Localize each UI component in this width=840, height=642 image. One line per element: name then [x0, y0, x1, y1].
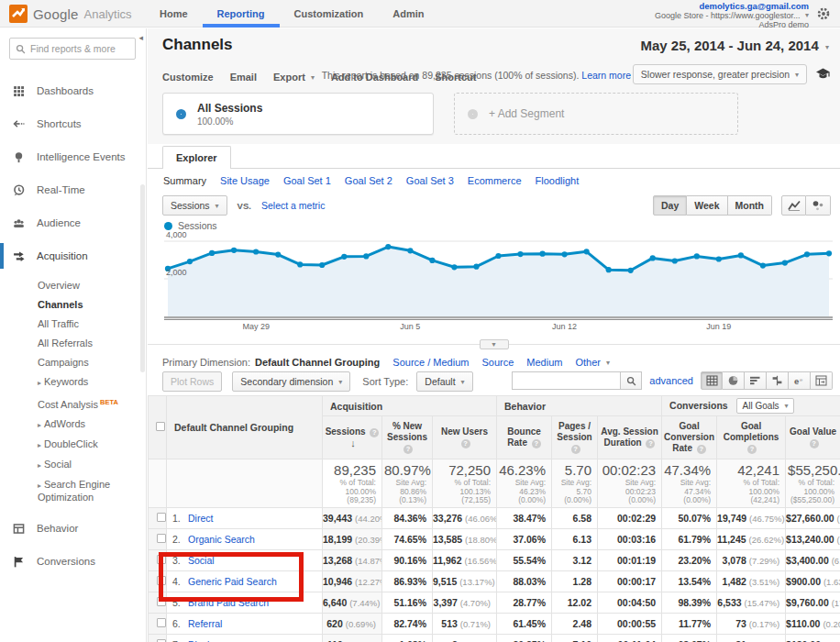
column-header-avg-session-duration[interactable]: Avg. Session Duration ?: [598, 416, 662, 459]
nav-admin[interactable]: Admin: [378, 0, 438, 28]
sidebar-item-doubleclick[interactable]: ▸DoubleClick: [38, 435, 146, 455]
sidebar-item-shortcuts[interactable]: Shortcuts: [0, 107, 146, 140]
help-icon[interactable]: ?: [370, 428, 379, 437]
secondary-dimension-dropdown[interactable]: Secondary dimension ▾: [232, 371, 350, 392]
channel-link-organic-search[interactable]: Organic Search: [188, 534, 255, 545]
sidebar-item-adwords[interactable]: ▸AdWords: [38, 415, 146, 435]
subnav-site-usage[interactable]: Site Usage: [220, 175, 270, 190]
channel-link-brand-paid-search[interactable]: Brand Paid Search: [188, 597, 269, 608]
pivot-view-button[interactable]: [811, 371, 833, 390]
email-button[interactable]: Email: [230, 72, 257, 83]
sidebar-scrollbar[interactable]: [140, 184, 145, 372]
date-range-selector[interactable]: May 25, 2014 - Jun 24, 2014 ▾: [641, 38, 829, 53]
column-header-pages-session[interactable]: Pages / Session ?: [552, 416, 598, 459]
subnav-goal-set-3[interactable]: Goal Set 3: [406, 175, 454, 190]
sidebar-item-channels[interactable]: Channels: [38, 295, 146, 315]
channel-link-direct[interactable]: Direct: [188, 513, 213, 524]
collapse-chart-button[interactable]: ▼: [480, 339, 509, 349]
sort-descending-icon[interactable]: ↓: [350, 437, 356, 448]
help-icon[interactable]: ?: [697, 445, 706, 454]
granularity-month[interactable]: Month: [728, 195, 773, 216]
sessions-line-chart[interactable]: 4,000 2,000: [164, 234, 833, 320]
precision-selector[interactable]: Slower response, greater precision ▾: [633, 64, 807, 84]
column-header-goal-completions[interactable]: Goal Completions ?: [717, 416, 786, 459]
performance-view-button[interactable]: [745, 371, 767, 390]
customize-button[interactable]: Customize: [162, 72, 214, 83]
sidebar-item-audience[interactable]: Audience: [0, 206, 146, 239]
column-header-dimension[interactable]: Default Channel Grouping: [167, 396, 323, 459]
dimension-option-source-medium[interactable]: Source / Medium: [392, 357, 469, 368]
sidebar-item-keywords[interactable]: ▸Keywords: [38, 372, 146, 393]
help-icon[interactable]: ?: [571, 445, 580, 454]
sidebar-item-dashboards[interactable]: Dashboards: [0, 74, 146, 107]
sidebar-item-all-traffic[interactable]: All Traffic: [38, 315, 146, 334]
channel-link-generic-paid-search[interactable]: Generic Paid Search: [188, 576, 277, 587]
gear-icon[interactable]: [816, 6, 831, 21]
subnav-goal-set-2[interactable]: Goal Set 2: [345, 175, 392, 190]
line-chart-button[interactable]: [781, 195, 806, 216]
advanced-search-link[interactable]: advanced: [649, 375, 693, 386]
nav-reporting[interactable]: Reporting: [203, 0, 280, 28]
subnav-floodlight[interactable]: Floodlight: [536, 175, 580, 190]
plot-rows-button[interactable]: Plot Rows: [162, 371, 222, 392]
sidebar-item-cost-analysis[interactable]: Cost AnalysisBETA: [38, 393, 146, 415]
export-button[interactable]: Export ▾: [273, 72, 315, 83]
table-view-button[interactable]: [701, 371, 723, 390]
sidebar-item-acquisition[interactable]: Acquisition: [0, 239, 146, 272]
account-property-selector[interactable]: Google Store - https://www.googlestor...…: [655, 11, 809, 20]
column-header-sessions[interactable]: Sessions ?↓: [323, 416, 382, 459]
graduation-cap-icon[interactable]: [815, 67, 831, 81]
sidebar-item-search-engine-optimization[interactable]: ▸Search Engine Optimization: [38, 475, 134, 506]
channel-link-display[interactable]: Display: [188, 639, 219, 642]
sidebar-item-social[interactable]: ▸Social: [38, 455, 146, 475]
add-segment-button[interactable]: + Add Segment: [454, 93, 738, 135]
tab-explorer[interactable]: Explorer: [162, 146, 231, 169]
dimension-option-other[interactable]: Other ▾: [575, 357, 610, 368]
goals-selector-dropdown[interactable]: All Goals ▾: [736, 398, 795, 414]
help-icon[interactable]: ?: [403, 445, 413, 454]
row-checkbox[interactable]: [157, 639, 166, 642]
sidebar-item-real-time[interactable]: Real-Time: [0, 173, 146, 206]
column-header-goal-conversion-rate[interactable]: Goal Conversion Rate ?: [662, 416, 717, 459]
term-cloud-view-button[interactable]: ee: [789, 371, 811, 390]
channel-link-referral[interactable]: Referral: [188, 618, 222, 629]
help-icon[interactable]: ?: [810, 439, 819, 448]
help-icon[interactable]: ?: [532, 439, 541, 448]
help-icon[interactable]: ?: [747, 445, 757, 454]
row-checkbox[interactable]: [157, 555, 166, 564]
help-icon[interactable]: ?: [461, 439, 470, 448]
subnav-goal-set-1[interactable]: Goal Set 1: [283, 175, 331, 190]
column-header-goal-value[interactable]: Goal Value ?: [786, 416, 840, 459]
metric-dropdown[interactable]: Sessions ▾: [162, 195, 227, 216]
sort-type-dropdown[interactable]: Default ▾: [416, 371, 472, 392]
google-analytics-logo[interactable]: Google Analytics: [9, 4, 132, 24]
account-email[interactable]: demolytics.ga@gmail.com: [655, 2, 809, 10]
nav-customization[interactable]: Customization: [280, 0, 379, 28]
sidebar-item-all-referrals[interactable]: All Referrals: [38, 334, 146, 353]
help-icon[interactable]: ?: [646, 439, 655, 448]
primary-dimension-active[interactable]: Default Channel Grouping: [252, 357, 380, 368]
select-metric-link[interactable]: Select a metric: [261, 200, 325, 211]
channel-link-social[interactable]: Social: [188, 555, 215, 566]
subnav-summary[interactable]: Summary: [163, 175, 206, 190]
row-checkbox[interactable]: [157, 597, 166, 606]
select-all-checkbox[interactable]: [156, 422, 165, 431]
search-icon[interactable]: [620, 371, 642, 390]
motion-chart-button[interactable]: [806, 195, 831, 216]
column-header-new-sessions[interactable]: % New Sessions ?: [382, 416, 433, 459]
sidebar-item-campaigns[interactable]: Campaigns: [38, 353, 146, 372]
nav-home[interactable]: Home: [145, 0, 203, 28]
row-checkbox[interactable]: [157, 534, 166, 543]
row-checkbox[interactable]: [157, 618, 166, 627]
column-header-new-users[interactable]: New Users ?: [433, 416, 497, 459]
granularity-day[interactable]: Day: [653, 195, 687, 216]
segment-all-sessions[interactable]: All Sessions 100.00%: [162, 93, 434, 135]
dimension-option-source[interactable]: Source: [481, 357, 514, 368]
sidebar-collapse-icon[interactable]: ◂: [138, 33, 143, 42]
subnav-ecommerce[interactable]: Ecommerce: [468, 175, 522, 190]
learn-more-link[interactable]: Learn more: [581, 70, 631, 81]
comparison-view-button[interactable]: [767, 371, 789, 390]
column-header-bounce-rate[interactable]: Bounce Rate ?: [497, 416, 552, 459]
sidebar-item-overview[interactable]: Overview: [38, 276, 146, 295]
percentage-view-button[interactable]: [723, 371, 745, 390]
